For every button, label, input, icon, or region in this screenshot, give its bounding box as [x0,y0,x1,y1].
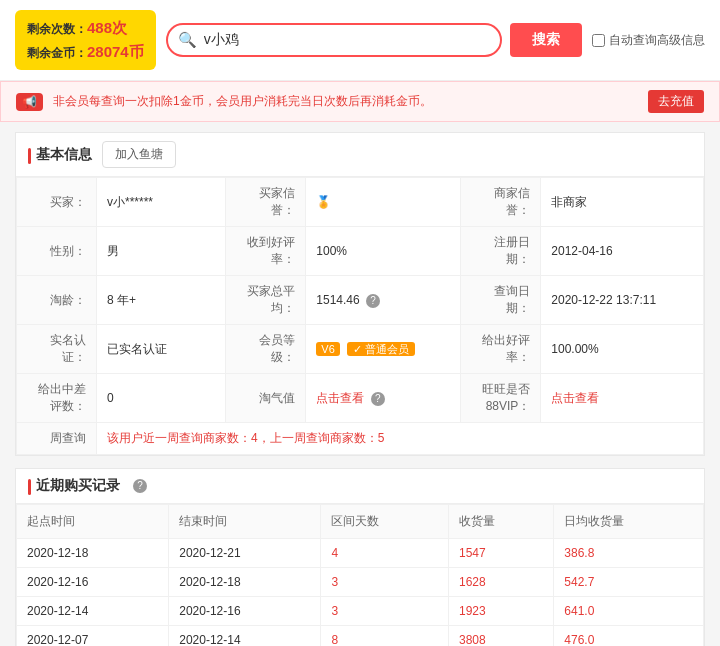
daily: 476.0 [554,626,704,647]
notice-icon: 📢 [16,93,43,111]
days: 8 [321,626,449,647]
table-row: 2020-12-16 2020-12-18 3 1628 542.7 [17,568,704,597]
week-query-text: 该用户近一周查询商家数：4，上一周查询商家数：5 [107,431,384,445]
verify-value: 已实名认证 [97,325,226,374]
seller-credit-label: 商家信誉： [461,178,541,227]
ww-vip-label: 旺旺是否88VIP： [461,374,541,423]
member-badge: ✓ 普通会员 [347,342,415,356]
ww-vip-value: 点击查看 [541,374,704,423]
start-date: 2020-12-18 [17,539,169,568]
daily: 542.7 [554,568,704,597]
buyer-value: v小****** [97,178,226,227]
avg-label: 买家总平均： [226,276,306,325]
received: 1628 [448,568,553,597]
end-date: 2020-12-21 [169,539,321,568]
search-icon: 🔍 [178,31,197,49]
remaining-label: 剩余次数： [27,22,87,36]
member-level-label: 会员等级： [226,325,306,374]
end-date: 2020-12-14 [169,626,321,647]
purchase-records-section: 近期购买记录 ? 起点时间 结束时间 区间天数 收货量 日均收货量 2020-1… [15,468,705,646]
table-row: 2020-12-14 2020-12-16 3 1923 641.0 [17,597,704,626]
ww-vip-view[interactable]: 点击查看 [551,391,599,405]
purchase-table: 起点时间 结束时间 区间天数 收货量 日均收货量 2020-12-18 2020… [16,504,704,646]
add-pool-button[interactable]: 加入鱼塘 [102,141,176,168]
basic-info-title: 基本信息 [28,146,92,164]
table-row: 给出中差评数： 0 淘气值 点击查看 ? 旺旺是否88VIP： 点击查看 [17,374,704,423]
purchase-records-header: 近期购买记录 ? [16,469,704,504]
stats-box: 剩余次数：488次 剩余金币：28074币 [15,10,156,70]
days: 4 [321,539,449,568]
col-daily: 日均收货量 [554,505,704,539]
good-rate-label: 收到好评率： [226,227,306,276]
table-header-row: 起点时间 结束时间 区间天数 收货量 日均收货量 [17,505,704,539]
good-rate-value: 100% [306,227,461,276]
col-days: 区间天数 [321,505,449,539]
basic-info-table: 买家： v小****** 买家信誉： 🏅 商家信誉： 非商家 性别： 男 收到好… [16,177,704,455]
age-label: 淘龄： [17,276,97,325]
gender-value: 男 [97,227,226,276]
end-date: 2020-12-16 [169,597,321,626]
notice-text: 非会员每查询一次扣除1金币，会员用户消耗完当日次数后再消耗金币。 [53,93,432,110]
gender-label: 性别： [17,227,97,276]
seller-credit-value: 非商家 [541,178,704,227]
daily: 641.0 [554,597,704,626]
end-date: 2020-12-18 [169,568,321,597]
medal-icon: 🏅 [316,195,331,209]
recharge-button[interactable]: 去充值 [648,90,704,113]
gold-count: 28074币 [87,43,144,60]
table-row: 2020-12-18 2020-12-21 4 1547 386.8 [17,539,704,568]
search-area: 🔍 搜索 [166,23,582,57]
buyer-label: 买家： [17,178,97,227]
query-value: 2020-12-22 13:7:11 [541,276,704,325]
shop-value-click: 点击查看 ? [306,374,461,423]
notice-bar: 📢 非会员每查询一次扣除1金币，会员用户消耗完当日次数后再消耗金币。 去充值 [0,81,720,122]
auto-check-checkbox[interactable] [592,34,605,47]
age-value: 8 年+ [97,276,226,325]
top-bar: 剩余次数：488次 剩余金币：28074币 🔍 搜索 自动查询高级信息 [0,0,720,81]
question-icon-3[interactable]: ? [133,479,147,493]
week-text: 该用户近一周查询商家数：4，上一周查询商家数：5 [97,423,704,455]
register-value: 2012-04-16 [541,227,704,276]
table-row: 性别： 男 收到好评率： 100% 注册日期： 2012-04-16 [17,227,704,276]
speaker-icon: 📢 [22,95,37,109]
received: 1547 [448,539,553,568]
shop-value-view[interactable]: 点击查看 [316,391,364,405]
verify-label: 实名认证： [17,325,97,374]
col-start: 起点时间 [17,505,169,539]
start-date: 2020-12-16 [17,568,169,597]
table-row: 淘龄： 8 年+ 买家总平均： 1514.46 ? 查询日期： 2020-12-… [17,276,704,325]
search-button[interactable]: 搜索 [510,23,582,57]
table-row: 买家： v小****** 买家信誉： 🏅 商家信誉： 非商家 [17,178,704,227]
main-content: 基本信息 加入鱼塘 买家： v小****** 买家信誉： 🏅 商家信誉： 非商家… [0,122,720,646]
auto-check-label: 自动查询高级信息 [609,32,705,49]
shop-value-label: 淘气值 [226,374,306,423]
daily: 386.8 [554,539,704,568]
v6-badge: V6 [316,342,339,356]
register-label: 注册日期： [461,227,541,276]
col-end: 结束时间 [169,505,321,539]
buyer-credit-label: 买家信誉： [226,178,306,227]
basic-info-header: 基本信息 加入鱼塘 [16,133,704,177]
buyer-credit-value: 🏅 [306,178,461,227]
table-row: 实名认证： 已实名认证 会员等级： V6 ✓ 普通会员 给出好评率： 100.0… [17,325,704,374]
days: 3 [321,568,449,597]
question-icon-2[interactable]: ? [371,392,385,406]
week-label: 周查询 [17,423,97,455]
start-date: 2020-12-07 [17,626,169,647]
purchase-records-title: 近期购买记录 [28,477,120,495]
search-input[interactable] [166,23,502,57]
search-input-wrap: 🔍 [166,23,502,57]
col-received: 收货量 [448,505,553,539]
question-icon[interactable]: ? [366,294,380,308]
diff-label: 给出中差评数： [17,374,97,423]
received: 3808 [448,626,553,647]
table-row: 周查询 该用户近一周查询商家数：4，上一周查询商家数：5 [17,423,704,455]
received: 1923 [448,597,553,626]
diff-value: 0 [97,374,226,423]
table-row: 2020-12-07 2020-12-14 8 3808 476.0 [17,626,704,647]
start-date: 2020-12-14 [17,597,169,626]
gold-label: 剩余金币： [27,46,87,60]
member-level-value: V6 ✓ 普通会员 [306,325,461,374]
auto-check-area: 自动查询高级信息 [592,32,705,49]
avg-value: 1514.46 ? [306,276,461,325]
